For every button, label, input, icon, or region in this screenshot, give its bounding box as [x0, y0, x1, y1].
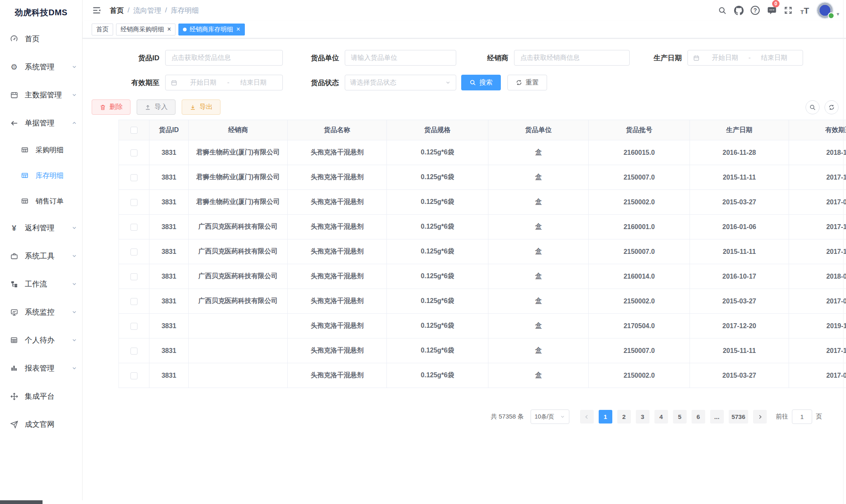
cell-unit: 盒 [488, 314, 589, 338]
page-size-select[interactable]: 10条/页 [531, 409, 569, 424]
row-checkbox[interactable] [130, 372, 137, 379]
tab-label: 首页 [96, 26, 109, 33]
page-number-button[interactable]: 2 [617, 410, 631, 424]
expiry-range-picker[interactable]: 开始日期 - 结束日期 [165, 75, 283, 90]
export-button[interactable]: 导出 [182, 99, 220, 115]
sidebar-item-orders-mgmt[interactable]: 单据管理 [0, 109, 82, 137]
sidebar-item-sales-order[interactable]: 销售订单 [0, 188, 82, 214]
sidebar-item-label: 报表管理 [25, 363, 71, 373]
sidebar-item-label: 主数据管理 [25, 90, 71, 100]
reset-button[interactable]: 重置 [507, 75, 547, 90]
row-checkbox[interactable] [130, 224, 137, 231]
expiry-label: 有效期至 [92, 78, 165, 88]
sidebar-item-system-tools[interactable]: 系统工具 [0, 242, 82, 270]
page-number-button[interactable]: 5 [673, 410, 687, 424]
horizontal-scrollbar-thumb[interactable] [0, 500, 43, 504]
page-number-button[interactable]: ... [710, 410, 724, 424]
row-checkbox[interactable] [130, 348, 137, 355]
cell-dealer: 广西贝克医药科技有限公司 [189, 215, 288, 239]
sidebar-item-label: 集成平台 [25, 391, 77, 401]
font-size-icon[interactable]: TT [796, 1, 813, 19]
cell-expiry: 2018-09 [789, 264, 846, 289]
close-icon[interactable]: × [236, 26, 240, 33]
data-card-icon [9, 91, 19, 99]
import-button[interactable]: 导入 [137, 99, 175, 115]
tab-dealer-inventory-detail[interactable]: 经销商库存明细 × [178, 24, 244, 35]
cell-unit: 盒 [488, 338, 589, 363]
cell-dealer: 广西贝克医药科技有限公司 [189, 264, 288, 289]
breadcrumb-flow-mgmt[interactable]: 流向管理 [133, 6, 161, 15]
prev-page-button[interactable] [580, 410, 594, 424]
github-icon[interactable] [730, 1, 747, 19]
sidebar-item-workflow[interactable]: 工作流 [0, 270, 82, 298]
close-icon[interactable]: × [167, 26, 171, 33]
row-select-cell [119, 215, 149, 239]
table-search-icon[interactable] [806, 100, 820, 114]
row-checkbox[interactable] [130, 248, 137, 256]
table-refresh-icon[interactable] [825, 100, 839, 114]
page-number-button[interactable]: 4 [654, 410, 668, 424]
move-icon [9, 393, 19, 400]
row-checkbox[interactable] [130, 199, 137, 206]
fullscreen-icon[interactable] [780, 1, 796, 19]
caret-down-icon[interactable]: ▼ [836, 12, 840, 17]
goto-label: 前往 [776, 413, 788, 421]
help-icon[interactable]: ? [747, 1, 763, 19]
tab-home[interactable]: 首页 [92, 24, 113, 35]
dealer-input[interactable] [514, 50, 630, 66]
cell-prod-date: 2017-12-20 [690, 314, 789, 338]
breadcrumb: 首页 / 流向管理 / 库存明细 [110, 6, 199, 15]
delete-button[interactable]: 删除 [92, 99, 130, 115]
sidebar-item-report-mgmt[interactable]: 报表管理 [0, 354, 82, 382]
cell-dealer [189, 314, 288, 338]
workflow-tree-icon [9, 280, 19, 288]
cell-dealer: 君狮生物药业(厦门)有限公司 [189, 140, 288, 165]
page-number-button[interactable]: 6 [692, 410, 705, 424]
search-button[interactable]: 搜索 [461, 75, 501, 90]
sidebar-item-personal-todo[interactable]: 个人待办 [0, 326, 82, 354]
sidebar-item-rebate-mgmt[interactable]: ¥ 返利管理 [0, 214, 82, 242]
next-page-button[interactable] [753, 410, 767, 424]
cell-expiry: 2017-02 [789, 363, 846, 388]
message-icon[interactable]: 0 [763, 1, 780, 19]
row-checkbox[interactable] [130, 174, 137, 181]
sidebar-item-purchase-detail[interactable]: 采购明细 [0, 137, 82, 163]
sidebar-item-official-site[interactable]: 成文官网 [0, 410, 82, 438]
page-number-button[interactable]: 1 [599, 410, 612, 424]
select-all-checkbox[interactable] [130, 127, 137, 134]
tab-dealer-purchase-detail[interactable]: 经销商采购明细 × [116, 24, 175, 35]
sidebar-item-system-monitor[interactable]: 系统监控 [0, 298, 82, 326]
goods-unit-input[interactable] [345, 50, 456, 66]
sidebar-menu: 首页 ⚙ 系统管理 主数据管理 单据管理 [0, 25, 82, 438]
sidebar-item-inventory-detail[interactable]: 库存明细 [0, 163, 82, 188]
pagination: 共 57358 条 10条/页 123456...5736 前往 [92, 409, 846, 424]
cell-dealer: 广西贝克医药科技有限公司 [189, 289, 288, 314]
sidebar-item-integration-platform[interactable]: 集成平台 [0, 382, 82, 410]
goods-id-input[interactable] [165, 50, 283, 66]
hamburger-icon[interactable] [89, 3, 104, 18]
row-checkbox[interactable] [130, 323, 137, 330]
chevron-down-icon [71, 365, 77, 371]
row-checkbox[interactable] [130, 273, 137, 280]
row-select-cell [119, 140, 149, 165]
search-icon[interactable] [714, 1, 730, 19]
grid-icon [9, 336, 19, 344]
cell-expiry: 2017-10 [789, 338, 846, 363]
sidebar-item-home[interactable]: 首页 [0, 25, 82, 53]
filter-prod-date: 生产日期 开始日期 - 结束日期 [630, 50, 803, 66]
status-select[interactable]: 请选择货品状态 [345, 75, 456, 90]
row-checkbox[interactable] [130, 298, 137, 305]
breadcrumb-home[interactable]: 首页 [110, 6, 124, 15]
sidebar-item-master-data[interactable]: 主数据管理 [0, 81, 82, 109]
table-row: 3831 头孢克洛干混悬剂 0.125g*6袋 盒 2170504.0 2017… [119, 314, 846, 338]
page-number-button[interactable]: 5736 [729, 410, 748, 424]
row-checkbox[interactable] [130, 149, 137, 156]
page-number-button[interactable]: 3 [636, 410, 649, 424]
delete-button-label: 删除 [109, 103, 123, 111]
cell-expiry: 2017-02 [789, 289, 846, 314]
prod-date-range-picker[interactable]: 开始日期 - 结束日期 [687, 50, 803, 66]
chevron-down-icon [71, 225, 77, 231]
goto-page-input[interactable] [792, 409, 812, 424]
user-avatar[interactable] [816, 2, 834, 19]
sidebar-item-system-mgmt[interactable]: ⚙ 系统管理 [0, 53, 82, 81]
